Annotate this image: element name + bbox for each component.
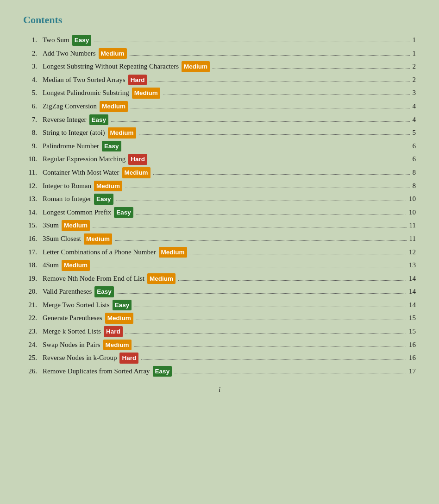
- list-item[interactable]: 11.Container With Most WaterMedium8: [23, 167, 416, 178]
- list-item[interactable]: 18.4SumMedium13: [23, 259, 416, 271]
- list-item[interactable]: 8.String to Integer (atoi)Medium5: [23, 127, 416, 139]
- list-item[interactable]: 7.Reverse IntegerEasy4: [23, 114, 416, 126]
- list-item[interactable]: 16.3Sum ClosestMedium11: [23, 233, 416, 245]
- dots-leader: [150, 82, 409, 82]
- page-number: 8: [413, 167, 416, 178]
- toc-list: 1.Two SumEasy12.Add Two NumbersMedium13.…: [23, 34, 416, 377]
- difficulty-badge: Easy: [72, 35, 92, 46]
- item-title: Longest Palindromic Substring: [43, 87, 129, 98]
- item-number: 24.: [23, 339, 43, 350]
- page-number: 6: [413, 140, 416, 151]
- page-number: 11: [409, 233, 416, 244]
- list-item[interactable]: 25.Reverse Nodes in k-GroupHard16: [23, 352, 416, 364]
- difficulty-badge: Medium: [62, 220, 90, 231]
- page-number: 6: [413, 153, 416, 164]
- dots-leader: [213, 68, 409, 69]
- item-title: Remove Duplicates from Sorted Array: [43, 365, 150, 377]
- page-number: 12: [409, 246, 416, 258]
- list-item[interactable]: 15.3SumMedium11: [23, 220, 416, 231]
- difficulty-badge: Medium: [132, 88, 160, 99]
- difficulty-badge: Hard: [128, 154, 147, 165]
- list-item[interactable]: 26.Remove Duplicates from Sorted ArrayEa…: [23, 365, 416, 377]
- page-number: 3: [413, 87, 416, 98]
- difficulty-badge: Medium: [105, 313, 133, 324]
- item-number: 7.: [23, 114, 43, 125]
- item-title: 3Sum: [43, 220, 59, 231]
- list-item[interactable]: 5.Longest Palindromic SubstringMedium3: [23, 87, 416, 99]
- page-number: 15: [409, 312, 416, 323]
- list-item[interactable]: 10.Regular Expression MatchingHard6: [23, 153, 416, 165]
- list-item[interactable]: 1.Two SumEasy1: [23, 34, 416, 46]
- page-number: 2: [413, 74, 416, 85]
- item-title: Regular Expression Matching: [43, 153, 125, 164]
- list-item[interactable]: 17.Letter Combinations of a Phone Number…: [23, 246, 416, 258]
- list-item[interactable]: 19.Remove Nth Node From End of ListMediu…: [23, 273, 416, 284]
- difficulty-badge: Medium: [84, 233, 112, 245]
- item-number: 13.: [23, 193, 43, 204]
- list-item[interactable]: 23.Merge k Sorted ListsHard15: [23, 326, 416, 337]
- item-title: Container With Most Water: [43, 167, 119, 178]
- list-item[interactable]: 9.Palindrome NumberEasy6: [23, 140, 416, 152]
- page-number: 13: [409, 259, 416, 271]
- difficulty-badge: Easy: [113, 300, 132, 311]
- dots-leader: [163, 94, 410, 95]
- item-title: Palindrome Number: [43, 140, 99, 151]
- item-title: Reverse Integer: [43, 114, 87, 125]
- item-number: 4.: [23, 74, 43, 85]
- item-title: String to Integer (atoi): [43, 127, 105, 138]
- item-number: 16.: [23, 233, 43, 244]
- page-container: Contents 1.Two SumEasy12.Add Two Numbers…: [23, 14, 416, 394]
- item-title: Longest Common Prefix: [43, 207, 111, 218]
- list-item[interactable]: 6.ZigZag ConversionMedium4: [23, 101, 416, 112]
- page-number: 15: [409, 326, 416, 337]
- item-number: 11.: [23, 167, 43, 178]
- dots-leader: [111, 121, 409, 122]
- difficulty-badge: Medium: [159, 247, 187, 258]
- difficulty-badge: Medium: [99, 48, 127, 59]
- difficulty-badge: Hard: [104, 326, 123, 337]
- item-number: 17.: [23, 246, 43, 258]
- page-number: 8: [413, 180, 416, 191]
- page-number: 10: [409, 207, 416, 218]
- difficulty-badge: Easy: [114, 207, 133, 218]
- page-number: 11: [409, 220, 416, 231]
- item-title: Add Two Numbers: [43, 48, 96, 59]
- difficulty-badge: Hard: [128, 75, 147, 86]
- item-number: 9.: [23, 140, 43, 151]
- item-number: 21.: [23, 299, 43, 310]
- item-number: 3.: [23, 61, 43, 72]
- dots-leader: [178, 280, 406, 281]
- item-title: Swap Nodes in Pairs: [43, 339, 100, 350]
- difficulty-badge: Medium: [100, 101, 128, 112]
- item-title: Merge k Sorted Lists: [43, 326, 101, 337]
- dots-leader: [116, 201, 406, 201]
- dots-leader: [124, 148, 410, 148]
- item-number: 1.: [23, 34, 43, 45]
- dots-leader: [134, 307, 406, 307]
- item-number: 5.: [23, 87, 43, 98]
- list-item[interactable]: 20.Valid ParenthesesEasy14: [23, 286, 416, 297]
- difficulty-badge: Hard: [119, 353, 138, 364]
- item-title: Merge Two Sorted Lists: [43, 299, 110, 310]
- list-item[interactable]: 2.Add Two NumbersMedium1: [23, 48, 416, 59]
- dots-leader: [190, 254, 406, 254]
- page-number: 4: [413, 101, 416, 112]
- item-title: ZigZag Conversion: [43, 101, 97, 112]
- list-item[interactable]: 3.Longest Substring Without Repeating Ch…: [23, 61, 416, 72]
- list-item[interactable]: 12.Integer to RomanMedium8: [23, 180, 416, 192]
- dots-leader: [139, 134, 410, 135]
- list-item[interactable]: 24.Swap Nodes in PairsMedium16: [23, 339, 416, 351]
- item-title: Integer to Roman: [43, 180, 91, 191]
- item-title: Remove Nth Node From End of List: [43, 273, 144, 284]
- list-item[interactable]: 4.Median of Two Sorted ArraysHard2: [23, 74, 416, 86]
- item-title: Valid Parentheses: [43, 286, 92, 297]
- dots-leader: [115, 240, 407, 241]
- list-item[interactable]: 14.Longest Common PrefixEasy10: [23, 207, 416, 218]
- dots-leader: [125, 333, 406, 334]
- list-item[interactable]: 13.Roman to IntegerEasy10: [23, 193, 416, 205]
- dots-leader: [125, 188, 410, 188]
- list-item[interactable]: 22.Generate ParenthesesMedium15: [23, 312, 416, 324]
- difficulty-badge: Medium: [182, 61, 210, 72]
- dots-leader: [136, 320, 406, 320]
- list-item[interactable]: 21.Merge Two Sorted ListsEasy14: [23, 299, 416, 311]
